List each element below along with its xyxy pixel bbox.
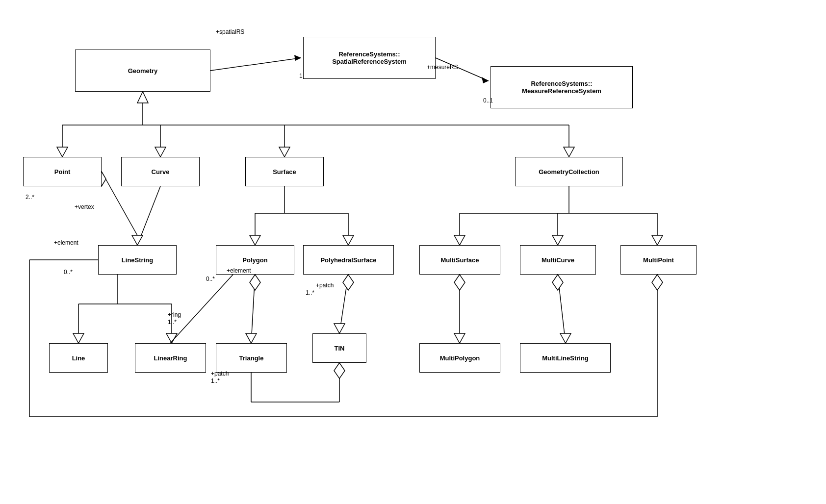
- multipolygon-box: MultiPolygon: [419, 343, 500, 373]
- svg-marker-3: [482, 77, 489, 83]
- geometry-collection-box: GeometryCollection: [515, 157, 623, 186]
- multisurface-label: MultiSurface: [436, 253, 484, 267]
- svg-line-35: [339, 275, 348, 333]
- svg-marker-32: [246, 333, 257, 343]
- polyhedral-surface-box: PolyhedralSurface: [303, 245, 394, 275]
- point-label: Point: [50, 165, 76, 178]
- svg-marker-52: [454, 275, 465, 290]
- polygon-element-multiplicity: 0..*: [206, 276, 215, 282]
- ring-label: +ring: [168, 311, 181, 318]
- svg-line-53: [558, 275, 566, 343]
- multilinestring-label: MultiLineString: [537, 352, 594, 365]
- multipoint-box: MultiPoint: [620, 245, 697, 275]
- triangle-patch-multiplicity: 1..*: [211, 378, 220, 384]
- svg-marker-30: [343, 235, 354, 245]
- multipoint-label: MultiPoint: [638, 253, 679, 267]
- multisurface-box: MultiSurface: [419, 245, 500, 275]
- polyhedral-surface-label: PolyhedralSurface: [315, 253, 381, 267]
- svg-marker-55: [552, 275, 563, 290]
- triangle-patch-label: +patch: [211, 370, 229, 377]
- measure-rs-label: ReferenceSystems::MeasureReferenceSystem: [517, 77, 606, 98]
- surface-box: Surface: [245, 157, 324, 186]
- svg-marker-37: [343, 275, 354, 290]
- measure-rs-label-text: +mesureRS: [427, 64, 458, 71]
- point-box: Point: [23, 157, 102, 186]
- svg-marker-13: [279, 147, 290, 157]
- triangle-label: Triangle: [234, 352, 269, 365]
- linestring-box: LineString: [98, 245, 177, 275]
- svg-line-34: [170, 275, 233, 343]
- geometry-box: Geometry: [75, 50, 210, 92]
- svg-marker-1: [294, 55, 301, 61]
- tin-label: TIN: [330, 342, 350, 355]
- curve-label: Curve: [147, 165, 175, 178]
- spatial-rs-box: ReferenceSystems::SpatialReferenceSystem: [303, 37, 436, 79]
- vertex-label: +vertex: [75, 203, 94, 210]
- svg-marker-18: [132, 235, 143, 245]
- line-label: Line: [67, 352, 90, 365]
- curve-box: Curve: [121, 157, 200, 186]
- multicurve-label: MultiCurve: [537, 253, 579, 267]
- svg-marker-11: [57, 147, 68, 157]
- multicurve-box: MultiCurve: [520, 245, 596, 275]
- spatial-rs-label: ReferenceSystems::SpatialReferenceSystem: [327, 48, 412, 68]
- svg-marker-51: [454, 333, 465, 343]
- multipolygon-label: MultiPolygon: [435, 352, 485, 365]
- triangle-box: Triangle: [216, 343, 287, 373]
- multilinestring-box: MultiLineString: [520, 343, 611, 373]
- svg-marker-54: [560, 333, 571, 343]
- svg-marker-14: [564, 147, 574, 157]
- element-label: +element: [54, 239, 78, 246]
- patch-multiplicity: 1..*: [306, 289, 314, 296]
- svg-marker-5: [137, 92, 148, 103]
- svg-marker-29: [250, 235, 260, 245]
- svg-marker-12: [155, 147, 166, 157]
- geometry-collection-label: GeometryCollection: [534, 165, 604, 178]
- svg-marker-48: [552, 235, 563, 245]
- surface-label: Surface: [268, 165, 301, 178]
- ring-multiplicity: 1..*: [168, 319, 177, 326]
- linearring-label: LinearRing: [149, 352, 192, 365]
- svg-marker-33: [250, 275, 260, 290]
- svg-marker-23: [73, 333, 84, 343]
- tin-box: TIN: [312, 333, 366, 363]
- measure-rs-multiplicity: 0..1: [483, 97, 493, 104]
- uml-diagram: Geometry ReferenceSystems::SpatialRefere…: [0, 0, 826, 504]
- svg-marker-24: [166, 333, 177, 343]
- geometry-label: Geometry: [123, 64, 163, 77]
- line-box: Line: [49, 343, 108, 373]
- svg-marker-47: [454, 235, 465, 245]
- svg-line-17: [137, 186, 160, 245]
- linestring-label: LineString: [117, 253, 158, 267]
- measure-rs-box: ReferenceSystems::MeasureReferenceSystem: [490, 66, 633, 108]
- point-multiplicity: 2..*: [26, 194, 34, 201]
- spatial-rs-multiplicity: 1: [299, 73, 303, 79]
- polygon-label: Polygon: [237, 253, 272, 267]
- element-multiplicity: 0..*: [64, 269, 73, 276]
- polygon-element-label: +element: [227, 267, 251, 274]
- svg-marker-57: [652, 275, 663, 290]
- svg-line-31: [251, 275, 255, 343]
- spatial-rs-label-text: +spatialRS: [216, 28, 244, 35]
- svg-line-0: [210, 58, 301, 71]
- linearring-box: LinearRing: [135, 343, 206, 373]
- svg-marker-36: [334, 324, 345, 333]
- svg-marker-41: [334, 363, 345, 378]
- svg-marker-49: [652, 235, 663, 245]
- patch-label: +patch: [316, 282, 334, 289]
